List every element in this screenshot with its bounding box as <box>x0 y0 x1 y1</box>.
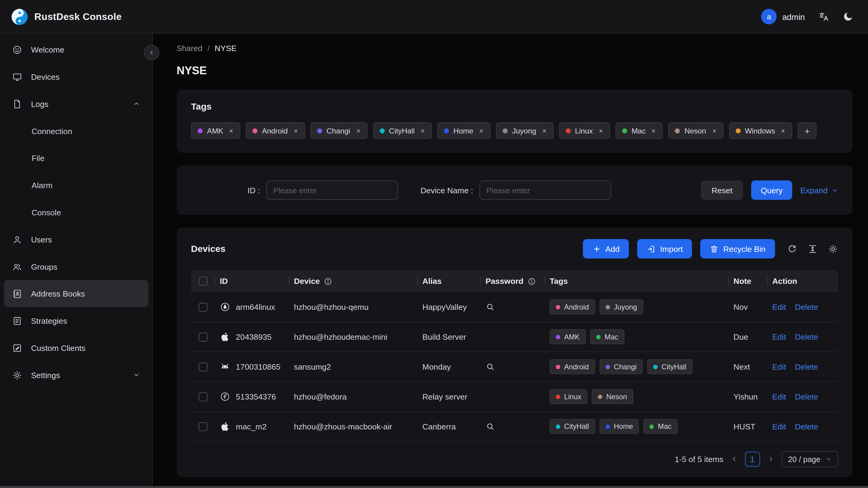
delete-link[interactable]: Delete <box>795 392 818 401</box>
tag-chip: Juyong <box>496 122 554 139</box>
table-row: 513354376 hzhou@fedora Relay server Linu… <box>191 382 838 412</box>
expand-toggle[interactable]: Expand <box>800 186 838 194</box>
user-menu[interactable]: a admin <box>761 9 805 24</box>
prev-page-icon[interactable] <box>731 455 738 463</box>
row-checkbox[interactable] <box>199 362 208 371</box>
remove-tag-icon[interactable] <box>598 128 603 133</box>
avatar: a <box>761 9 776 24</box>
remove-tag-icon[interactable] <box>356 128 361 133</box>
tag-color-dot <box>606 424 610 429</box>
sidebar-collapse-button[interactable] <box>144 45 159 60</box>
sidebar-item-strategies[interactable]: Strategies <box>4 307 148 334</box>
query-button[interactable]: Query <box>751 181 792 200</box>
breadcrumb-parent[interactable]: Shared <box>177 44 203 53</box>
remove-tag-icon[interactable] <box>781 128 785 133</box>
sidebar-item-users[interactable]: Users <box>4 226 148 253</box>
delete-link[interactable]: Delete <box>795 422 818 431</box>
info-icon[interactable] <box>324 277 332 285</box>
row-checkbox[interactable] <box>199 303 208 311</box>
devices-card-title: Devices <box>191 243 225 254</box>
refresh-icon[interactable] <box>787 244 797 254</box>
delete-link[interactable]: Delete <box>795 362 818 371</box>
dark-mode-toggle-icon[interactable] <box>843 11 854 22</box>
horizontal-scrollbar[interactable] <box>0 486 868 488</box>
remove-tag-icon[interactable] <box>293 128 298 133</box>
breadcrumb-current: NYSE <box>215 44 237 53</box>
tag-chip: CityHall <box>373 122 432 139</box>
tag-color-dot <box>622 128 627 133</box>
add-tag-button[interactable]: + <box>798 122 817 139</box>
table-row: 1700310865 sansumg2 Monday Android Chang… <box>191 352 838 382</box>
page-number[interactable]: 1 <box>745 452 760 466</box>
sidebar-item-devices[interactable]: Devices <box>4 63 148 90</box>
tag-chip: Mac <box>590 330 624 344</box>
device-name-input[interactable] <box>479 181 611 200</box>
remove-tag-icon[interactable] <box>542 128 547 133</box>
remove-tag-icon[interactable] <box>229 128 234 133</box>
remove-tag-icon[interactable] <box>651 128 656 133</box>
row-checkbox[interactable] <box>199 392 208 401</box>
header-actions: a admin <box>761 9 854 24</box>
sidebar-subitem-console[interactable]: Console <box>0 199 152 226</box>
device-alias: HappyValley <box>418 303 481 311</box>
sidebar-subitem-alarm[interactable]: Alarm <box>0 172 152 199</box>
chevron-left-icon <box>148 49 155 56</box>
delete-link[interactable]: Delete <box>795 333 818 341</box>
sidebar-item-welcome[interactable]: Welcome <box>4 36 148 63</box>
tag-color-dot <box>444 128 449 133</box>
recycle-bin-button[interactable]: Recycle Bin <box>701 239 775 258</box>
add-device-button[interactable]: Add <box>583 239 629 258</box>
page-size-select[interactable]: 20 / page <box>781 451 838 467</box>
remove-tag-icon[interactable] <box>712 128 716 133</box>
device-note: Nov <box>729 303 768 311</box>
tag-color-dot <box>606 305 610 309</box>
sidebar-subitem-file[interactable]: File <box>0 144 152 172</box>
language-icon[interactable] <box>818 11 829 22</box>
edit-link[interactable]: Edit <box>772 362 786 371</box>
tag-color-dot <box>566 128 570 133</box>
reset-button[interactable]: Reset <box>701 181 743 200</box>
row-checkbox[interactable] <box>199 333 208 341</box>
device-alias: Build Server <box>418 333 481 341</box>
tags-list: AMK Android Changi CityHall Home Juyong … <box>191 122 838 139</box>
tag-chip: Mac <box>644 419 678 434</box>
column-id: ID <box>215 270 290 292</box>
tag-chip: Changi <box>599 359 643 374</box>
view-password-icon[interactable] <box>485 302 495 312</box>
sidebar-item-custom-clients[interactable]: Custom Clients <box>4 334 148 362</box>
apple-os-icon <box>220 332 230 342</box>
user-icon <box>12 234 22 244</box>
tag-chip: AMK <box>191 122 240 139</box>
info-icon[interactable] <box>527 277 535 285</box>
next-page-icon[interactable] <box>767 455 774 463</box>
view-password-icon[interactable] <box>485 422 495 431</box>
sidebar-item-groups[interactable]: Groups <box>4 253 148 280</box>
id-input[interactable] <box>266 181 398 200</box>
import-icon <box>647 244 655 253</box>
remove-tag-icon[interactable] <box>420 128 425 133</box>
plus-icon <box>592 244 601 253</box>
import-button[interactable]: Import <box>637 239 692 258</box>
tags-card-title: Tags <box>191 101 838 112</box>
row-density-icon[interactable] <box>808 244 817 254</box>
tag-color-dot <box>598 394 602 399</box>
linux-os-icon <box>220 302 230 312</box>
edit-link[interactable]: Edit <box>772 392 786 401</box>
sidebar-item-settings[interactable]: Settings <box>4 362 148 389</box>
edit-link[interactable]: Edit <box>772 333 786 341</box>
select-all-checkbox[interactable] <box>199 277 208 285</box>
delete-link[interactable]: Delete <box>795 303 818 311</box>
column-note: Note <box>729 270 768 292</box>
edit-link[interactable]: Edit <box>772 303 786 311</box>
edit-link[interactable]: Edit <box>772 422 786 431</box>
gear-icon <box>12 370 22 380</box>
view-password-icon[interactable] <box>485 362 495 371</box>
sidebar-subitem-connection[interactable]: Connection <box>0 118 152 145</box>
table-settings-gear-icon[interactable] <box>828 244 838 254</box>
row-checkbox[interactable] <box>199 422 208 431</box>
sidebar-item-address-books[interactable]: Address Books <box>4 280 148 307</box>
tag-color-dot <box>650 424 654 429</box>
remove-tag-icon[interactable] <box>479 128 484 133</box>
tag-color-dot <box>252 128 257 133</box>
sidebar-item-logs[interactable]: Logs <box>4 90 148 118</box>
